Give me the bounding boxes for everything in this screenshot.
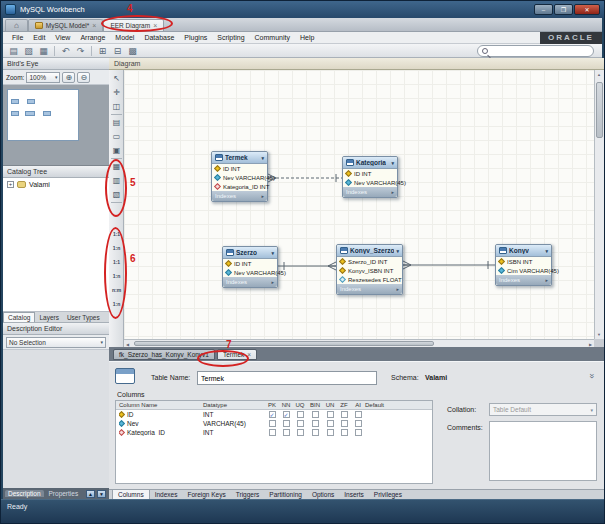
header-bin[interactable]: BIN (307, 402, 323, 408)
menu-model[interactable]: Model (110, 34, 139, 41)
column-row[interactable]: Kategoria_ID INT (212, 182, 267, 191)
open-model-icon[interactable]: ▧ (22, 45, 35, 57)
column-row[interactable]: Cim VARCHAR(45) (496, 266, 551, 275)
menu-scripting[interactable]: Scripting (212, 34, 249, 41)
table-node-header[interactable]: Szerzo ▾ (223, 247, 277, 259)
menu-arrange[interactable]: Arrange (75, 34, 110, 41)
description-editor-header[interactable]: Description Editor (3, 323, 109, 335)
menu-database[interactable]: Database (139, 34, 179, 41)
ai-checkbox[interactable] (355, 411, 362, 418)
uq-checkbox[interactable] (297, 420, 304, 427)
birds-eye-header[interactable]: Bird's Eye (3, 58, 109, 70)
header-pk[interactable]: PK (265, 402, 279, 408)
layer-tool-icon[interactable]: ▤ (110, 116, 123, 129)
indexes-footer[interactable]: Indexes▸ (337, 284, 402, 294)
collation-dropdown[interactable]: Table Default ▾ (489, 403, 597, 416)
page-setup-icon[interactable]: ▩ (126, 45, 139, 57)
column-row[interactable]: Szerzo_ID INT (337, 257, 402, 266)
save-model-icon[interactable]: ▦ (37, 45, 50, 57)
vertical-scrollbar[interactable]: ▲ ▼ (594, 70, 604, 339)
align-grid-icon[interactable]: ⊟ (111, 45, 124, 57)
pan-tool-icon[interactable]: ✛ (110, 86, 123, 99)
column-row[interactable]: ID INT (223, 259, 277, 268)
scroll-down-icon[interactable]: ▼ (597, 332, 601, 337)
tab-indexes[interactable]: Indexes (150, 490, 183, 499)
zf-checkbox[interactable] (341, 420, 348, 427)
header-zf[interactable]: ZF (337, 402, 351, 408)
un-checkbox[interactable] (327, 420, 334, 427)
table-node-szerzo[interactable]: Szerzo ▾ ID INT Nev VARCHAR(45) Indexes▸ (222, 246, 278, 288)
scroll-up-icon[interactable]: ▲ (597, 72, 601, 77)
tab-partitioning[interactable]: Partitioning (264, 490, 307, 499)
menu-file[interactable]: File (7, 34, 28, 41)
indexes-footer[interactable]: Indexes▸ (223, 277, 277, 287)
table-node-termek[interactable]: Termek ▾ ID INT Nev VARCHAR(45) Kategori… (211, 151, 268, 202)
zoom-in-button[interactable]: ⊕ (62, 72, 75, 83)
header-datatype[interactable]: Datatype (203, 402, 265, 408)
tab-triggers[interactable]: Triggers (231, 490, 265, 499)
un-checkbox[interactable] (327, 411, 334, 418)
column-row[interactable]: Konyv_ISBN INT (337, 266, 402, 275)
indexes-footer[interactable]: Indexes▸ (212, 191, 267, 201)
zoom-out-button[interactable]: ⊖ (77, 72, 90, 83)
header-uq[interactable]: UQ (293, 402, 307, 408)
zf-checkbox[interactable] (341, 429, 348, 436)
expander-icon[interactable]: + (7, 181, 14, 188)
close-tab-icon[interactable]: × (92, 22, 96, 29)
zoom-select[interactable]: 100% ▾ (26, 72, 60, 83)
menu-community[interactable]: Community (250, 34, 295, 41)
column-row[interactable]: Reszesedes FLOAT (337, 275, 402, 284)
menu-plugins[interactable]: Plugins (179, 34, 212, 41)
tree-item-schema[interactable]: + Valami (3, 178, 109, 188)
column-name-cell[interactable]: Kategoria_ID (127, 429, 165, 436)
undo-icon[interactable]: ↶ (59, 45, 72, 57)
pk-checkbox[interactable] (269, 420, 276, 427)
table-node-header[interactable]: Termek ▾ (212, 152, 267, 164)
indexes-footer[interactable]: Indexes▸ (496, 275, 551, 285)
grid-row[interactable]: Nev VARCHAR(45) (116, 419, 432, 428)
pk-checkbox[interactable]: ✓ (269, 411, 276, 418)
new-document-icon[interactable]: ▤ (7, 45, 20, 57)
uq-checkbox[interactable] (297, 429, 304, 436)
table-name-input[interactable] (197, 371, 377, 385)
column-row[interactable]: ID INT (212, 164, 267, 173)
scroll-thumb[interactable] (596, 82, 603, 138)
uq-checkbox[interactable] (297, 411, 304, 418)
tab-inserts[interactable]: Inserts (339, 490, 369, 499)
column-row[interactable]: ID INT (343, 169, 397, 178)
expand-panel-icon[interactable]: » (586, 373, 596, 378)
column-row[interactable]: Nev VARCHAR(45) (343, 178, 397, 187)
catalog-tree-header[interactable]: Catalog Tree (3, 166, 109, 178)
selection-dropdown[interactable]: No Selection ▾ (6, 337, 106, 348)
maximize-button[interactable]: ❐ (554, 4, 573, 15)
column-name-cell[interactable]: ID (127, 411, 134, 418)
home-tab[interactable]: ⌂ (5, 19, 28, 31)
header-column-name[interactable]: Column Name (119, 402, 203, 408)
tab-catalog[interactable]: Catalog (3, 312, 35, 322)
tab-options[interactable]: Options (307, 490, 339, 499)
panel-down-button[interactable]: ▼ (97, 490, 106, 498)
scroll-thumb[interactable] (134, 341, 434, 346)
table-node-konyv-szerzo[interactable]: Konyv_Szerzo ▾ Szerzo_ID INT Konyv_ISBN … (336, 244, 403, 295)
header-un[interactable]: UN (323, 402, 337, 408)
header-nn[interactable]: NN (279, 402, 293, 408)
datatype-cell[interactable]: INT (203, 429, 265, 436)
datatype-cell[interactable]: INT (203, 411, 265, 418)
column-row[interactable]: Nev VARCHAR(45) (223, 268, 277, 277)
tab-mysql-model[interactable]: MySQL Model* × (28, 19, 104, 31)
birds-eye-preview[interactable] (3, 85, 109, 166)
diagram-canvas[interactable]: Termek ▾ ID INT Nev VARCHAR(45) Kategori… (124, 70, 594, 339)
menu-edit[interactable]: Edit (28, 34, 50, 41)
datatype-cell[interactable]: VARCHAR(45) (203, 420, 265, 427)
collapse-arrow-icon[interactable]: ▾ (396, 248, 399, 254)
table-node-header[interactable]: Kategoria ▾ (343, 157, 397, 169)
window-titlebar[interactable]: MySQL Workbench – ❐ ✕ (1, 1, 604, 18)
minimize-button[interactable]: – (534, 4, 553, 15)
collapse-arrow-icon[interactable]: ▾ (261, 155, 264, 161)
comments-textarea[interactable] (489, 421, 597, 481)
tab-description[interactable]: Description (5, 490, 44, 497)
table-node-kategoria[interactable]: Kategoria ▾ ID INT Nev VARCHAR(45) Index… (342, 156, 398, 198)
indexes-footer[interactable]: Indexes▸ (343, 187, 397, 197)
bin-checkbox[interactable] (312, 429, 319, 436)
horizontal-scrollbar[interactable]: ◀ ▶ (124, 339, 594, 347)
